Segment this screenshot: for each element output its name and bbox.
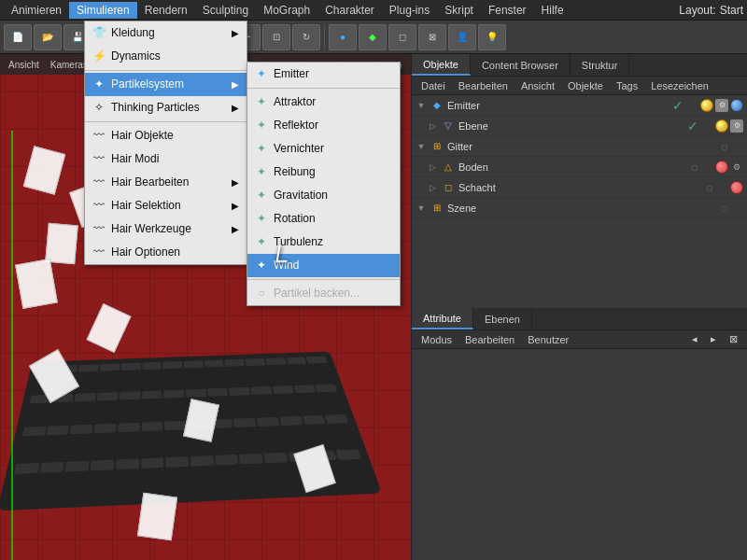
hair-bearb-icon: 〰 — [91, 174, 107, 190]
tab-ebenen[interactable]: Ebenen — [473, 308, 532, 329]
sub-wind[interactable]: ✦ Wind — [247, 254, 400, 277]
obj-row-ebene[interactable]: ▷ ▽ Ebene ✓ ⚙ — [412, 116, 747, 136]
obj-row-emitter[interactable]: ▼ ◆ Emitter ✓ ⚙ — [412, 95, 747, 116]
menu-plugins[interactable]: Plug-ins — [382, 2, 437, 19]
menu-hair-bearbeiten[interactable]: 〰 Hair Bearbeiten ▶ — [85, 171, 247, 194]
attr-menu-bearbeiten[interactable]: Bearbeiten — [459, 333, 520, 346]
menu-hair-optionen[interactable]: 〰 Hair Optionen — [85, 241, 247, 264]
tab-attribute[interactable]: Attribute — [412, 308, 473, 329]
right-panel: Objekte Content Browser Struktur Datei B… — [411, 54, 747, 560]
menu-hair-selektion[interactable]: 〰 Hair Selektion ▶ — [85, 194, 247, 217]
hair-werk-icon: 〰 — [91, 220, 107, 237]
sub-reibung[interactable]: ✦ Reibung — [247, 161, 400, 184]
sub-vernichter[interactable]: ✦ Vernichter — [247, 137, 400, 161]
menu-thinking-particles[interactable]: ✧ Thinking Particles ▶ — [85, 96, 247, 119]
expand-gitter[interactable]: ▼ — [416, 141, 427, 152]
ebene-controls: ✓ ⚙ — [687, 119, 743, 133]
expand-emitter[interactable]: ▼ — [416, 100, 427, 111]
layout-value[interactable]: Start — [720, 4, 743, 17]
attr-icon-2[interactable]: ▸ — [705, 332, 722, 346]
toolbar-rotate[interactable]: ↻ — [292, 24, 320, 50]
expand-schacht[interactable]: ▷ — [427, 182, 438, 193]
menu-hilfe[interactable]: Hilfe — [534, 2, 571, 19]
menu-dynamics[interactable]: ⚡ Dynamics — [85, 45, 247, 68]
expand-szene[interactable]: ▼ — [416, 203, 427, 214]
menu-simulieren[interactable]: Simulieren — [69, 2, 137, 19]
toolbar-new[interactable]: 📄 — [4, 24, 32, 50]
tab-content-browser[interactable]: Content Browser — [471, 54, 571, 76]
obj-menu-objekte[interactable]: Objekte — [562, 79, 609, 92]
emitter-sphere-2 — [730, 99, 743, 112]
sub-turbulenz[interactable]: ✦ Turbulenz — [247, 231, 400, 254]
paper-9 — [137, 493, 177, 541]
turbulenz-icon: ✦ — [253, 233, 270, 250]
obj-menu-ansicht[interactable]: Ansicht — [515, 79, 560, 92]
obj-menu-tags[interactable]: Tags — [611, 79, 643, 92]
toolbar-person[interactable]: 👤 — [448, 24, 476, 50]
label-boden: Boden — [458, 161, 691, 173]
menu-rendern[interactable]: Rendern — [137, 2, 195, 19]
menu-partikelsystem[interactable]: ✦ Partikelsystem ▶ — [85, 73, 247, 96]
expand-boden[interactable]: ▷ — [427, 161, 438, 173]
attr-icon-3[interactable]: ⊠ — [724, 332, 743, 346]
wind-icon: ✦ — [253, 257, 270, 273]
reflektor-icon: ✦ — [253, 117, 270, 133]
menu-fenster[interactable]: Fenster — [481, 2, 534, 19]
label-gitter: Gitter — [447, 141, 721, 152]
menu-sculpting[interactable]: Sculpting — [195, 2, 256, 19]
menu-animieren[interactable]: Animieren — [4, 2, 69, 19]
toolbar-obj2[interactable]: ◆ — [359, 24, 387, 50]
obj-row-boden[interactable]: ▷ △ Boden ○ ⚙ — [412, 157, 747, 177]
menu-kleidung[interactable]: 👕 Kleidung ▶ — [85, 21, 247, 45]
menu-hair-werkzeuge[interactable]: 〰 Hair Werkzeuge ▶ — [85, 217, 247, 241]
menu-hair-modi[interactable]: 〰 Hair Modi — [85, 147, 247, 171]
menu-skript[interactable]: Skript — [437, 2, 481, 19]
vernichter-icon: ✦ — [253, 140, 270, 157]
expand-ebene[interactable]: ▷ — [427, 120, 438, 132]
attr-menu-benutzer[interactable]: Benutzer — [522, 333, 574, 346]
label-emitter: Emitter — [447, 100, 672, 111]
obj-row-gitter[interactable]: ▼ ⊞ Gitter ○ — [412, 136, 747, 157]
menu-mograph[interactable]: MoGraph — [256, 2, 317, 19]
ebene-icon-2: ⚙ — [730, 119, 743, 133]
obj-menu-lesezeichen[interactable]: Lesezeichen — [645, 79, 714, 92]
toolbar-open[interactable]: 📂 — [34, 24, 62, 50]
obj-menu-datei[interactable]: Datei — [416, 79, 451, 92]
icon-boden: △ — [441, 160, 456, 175]
hair-opt-icon: 〰 — [91, 244, 107, 260]
sub-partikel-backen: ○ Partikel backen... — [247, 282, 400, 305]
obj-row-schacht[interactable]: ▷ ◻ Schacht ○ — [412, 177, 747, 198]
attr-menu-modus[interactable]: Modus — [416, 333, 458, 346]
sub-rotation[interactable]: ✦ Rotation — [247, 207, 400, 231]
menu-charakter[interactable]: Charakter — [317, 2, 382, 19]
toolbar-obj4[interactable]: ⊠ — [418, 24, 446, 50]
menu-hair-objekte[interactable]: 〰 Hair Objekte — [85, 124, 247, 147]
sub-reflektor[interactable]: ✦ Reflektor — [247, 114, 400, 137]
toolbar-obj1[interactable]: ● — [329, 24, 357, 50]
obj-menu-bearbeiten[interactable]: Bearbeiten — [453, 79, 514, 92]
sub-emitter[interactable]: ✦ Emitter — [247, 63, 400, 86]
sub-gravitation[interactable]: ✦ Gravitation — [247, 184, 400, 207]
emitter-menu-icon: ✦ — [253, 65, 270, 82]
toolbar-scale[interactable]: ⊡ — [262, 24, 290, 50]
paper-4 — [15, 259, 58, 309]
toolbar-obj3[interactable]: ◻ — [388, 24, 416, 50]
attraktor-icon: ✦ — [253, 93, 270, 110]
sub-sep-2 — [247, 279, 400, 280]
boden-sphere — [715, 161, 728, 174]
object-list: ▼ ◆ Emitter ✓ ⚙ ▷ ▽ Ebene ✓ — [412, 95, 747, 306]
vp-menu-ansicht[interactable]: Ansicht — [4, 59, 44, 71]
toolbar-sep-4 — [324, 26, 325, 49]
toolbar-light[interactable]: 💡 — [478, 24, 506, 50]
icon-ebene: ▽ — [441, 119, 456, 133]
sub-attraktor[interactable]: ✦ Attraktor — [247, 91, 400, 114]
attr-icon-1[interactable]: ◂ — [686, 332, 703, 346]
icon-schacht: ◻ — [441, 180, 456, 195]
tab-struktur[interactable]: Struktur — [571, 54, 630, 76]
emitter-controls: ✓ ⚙ — [672, 98, 743, 113]
emitter-sphere-1 — [700, 99, 713, 112]
tab-objekte[interactable]: Objekte — [412, 54, 471, 76]
obj-row-szene[interactable]: ▼ ⊞ Szene ○ — [412, 198, 747, 218]
attribute-tabs: Attribute Ebenen — [412, 308, 747, 330]
reibung-icon: ✦ — [253, 163, 270, 180]
